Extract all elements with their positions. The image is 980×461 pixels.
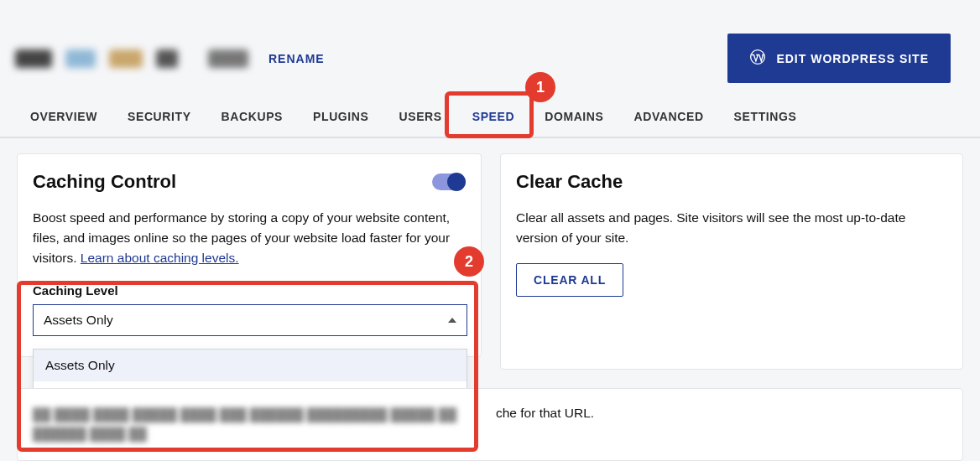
annotation-badge-2: 2 (454, 246, 484, 277)
lower-card-visible-fragment: che for that URL. (496, 406, 594, 443)
tab-overview[interactable]: OVERVIEW (15, 98, 112, 137)
caching-control-title: Caching Control (33, 171, 176, 193)
tab-plugins[interactable]: PLUGINS (298, 98, 383, 137)
chevron-up-icon (448, 318, 456, 323)
caching-level-selected-value: Assets Only (44, 313, 113, 328)
tabs-bar: OVERVIEW SECURITY BACKUPS PLUGINS USERS … (0, 98, 980, 138)
caching-level-option-assets-only[interactable]: Assets Only (34, 350, 467, 381)
site-name-redacted (65, 49, 96, 68)
tab-users[interactable]: USERS (383, 98, 456, 137)
edit-wordpress-site-button[interactable]: EDIT WORDPRESS SITE (727, 34, 951, 83)
tab-security[interactable]: SECURITY (112, 98, 206, 137)
caching-toggle[interactable] (432, 174, 466, 190)
rename-link[interactable]: RENAME (268, 52, 325, 65)
tab-backups[interactable]: BACKUPS (206, 98, 298, 137)
page-header: RENAME EDIT WORDPRESS SITE (0, 0, 980, 98)
caching-control-card: Caching Control Boost speed and performa… (17, 153, 482, 357)
lower-card: ██ ████ ████ █████ ████ ███ ██████ █████… (17, 388, 963, 461)
site-name-redacted (208, 49, 248, 68)
caching-control-description: Boost speed and performance by storing a… (33, 208, 466, 268)
site-name-redacted (109, 49, 143, 68)
tab-speed[interactable]: SPEED (457, 98, 529, 137)
toggle-knob (447, 173, 466, 191)
caching-level-select[interactable]: Assets Only (33, 304, 467, 336)
site-name-redacted (15, 49, 52, 68)
caching-level-label: Caching Level (33, 283, 466, 298)
learn-caching-levels-link[interactable]: Learn about caching levels. (81, 251, 239, 265)
clear-all-button[interactable]: CLEAR ALL (516, 263, 623, 297)
lower-card-redacted-text: ██ ████ ████ █████ ████ ███ ██████ █████… (33, 406, 496, 443)
clear-cache-description: Clear all assets and pages. Site visitor… (516, 208, 947, 248)
tab-advanced[interactable]: ADVANCED (619, 98, 719, 137)
clear-cache-card: Clear Cache Clear all assets and pages. … (500, 153, 963, 370)
wordpress-icon (749, 49, 766, 68)
edit-wordpress-site-label: EDIT WORDPRESS SITE (776, 52, 929, 65)
tab-settings[interactable]: SETTINGS (719, 98, 812, 137)
tab-domains[interactable]: DOMAINS (529, 98, 618, 137)
site-name-redacted (156, 49, 178, 68)
annotation-badge-1: 1 (525, 72, 555, 102)
clear-cache-title: Clear Cache (516, 171, 623, 193)
